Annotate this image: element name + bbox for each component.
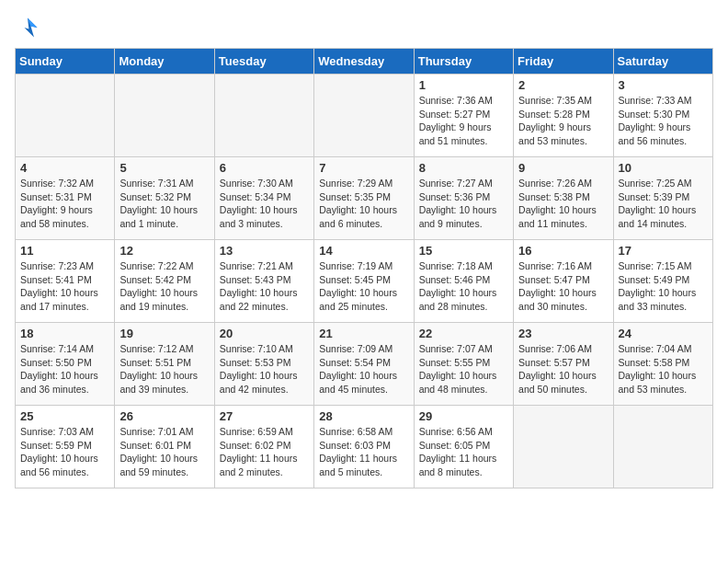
day-number: 23	[518, 327, 608, 340]
calendar-cell: 15Sunrise: 7:18 AMSunset: 5:46 PMDayligh…	[414, 240, 513, 323]
day-number: 27	[220, 409, 309, 423]
calendar-cell: 26Sunrise: 7:01 AMSunset: 6:01 PMDayligh…	[115, 406, 214, 488]
calendar-cell	[514, 406, 613, 488]
weekday-header: Wednesday	[314, 49, 414, 75]
calendar-cell: 17Sunrise: 7:15 AMSunset: 5:49 PMDayligh…	[613, 240, 712, 323]
calendar-cell: 18Sunrise: 7:14 AMSunset: 5:50 PMDayligh…	[16, 323, 115, 406]
calendar-cell: 27Sunrise: 6:59 AMSunset: 6:02 PMDayligh…	[214, 406, 313, 488]
day-number: 10	[619, 161, 708, 175]
calendar-cell: 24Sunrise: 7:04 AMSunset: 5:58 PMDayligh…	[613, 323, 712, 406]
calendar-cell: 3Sunrise: 7:33 AMSunset: 5:30 PMDaylight…	[613, 75, 712, 157]
calendar-cell: 1Sunrise: 7:36 AMSunset: 5:27 PMDaylight…	[414, 75, 513, 157]
calendar-week: 4Sunrise: 7:32 AMSunset: 5:31 PMDaylight…	[16, 157, 713, 240]
logo-bird-icon	[15, 15, 40, 40]
day-number: 25	[20, 409, 109, 423]
day-info: Sunrise: 7:14 AMSunset: 5:50 PMDaylight:…	[20, 342, 109, 396]
calendar-cell: 10Sunrise: 7:25 AMSunset: 5:39 PMDayligh…	[613, 157, 712, 240]
day-info: Sunrise: 7:18 AMSunset: 5:46 PMDaylight:…	[419, 259, 508, 314]
weekday-header: Friday	[514, 49, 613, 75]
day-number: 15	[419, 244, 508, 258]
calendar-cell: 7Sunrise: 7:29 AMSunset: 5:35 PMDaylight…	[314, 157, 414, 240]
calendar-header: SundayMondayTuesdayWednesdayThursdayFrid…	[16, 49, 713, 75]
calendar-cell: 21Sunrise: 7:09 AMSunset: 5:54 PMDayligh…	[314, 323, 414, 406]
day-number: 6	[220, 161, 309, 175]
calendar-week: 18Sunrise: 7:14 AMSunset: 5:50 PMDayligh…	[16, 323, 713, 406]
day-number: 16	[518, 244, 608, 258]
day-info: Sunrise: 7:30 AMSunset: 5:34 PMDaylight:…	[220, 177, 309, 231]
day-info: Sunrise: 7:07 AMSunset: 5:55 PMDaylight:…	[419, 342, 508, 396]
calendar-cell: 2Sunrise: 7:35 AMSunset: 5:28 PMDaylight…	[514, 75, 613, 157]
day-info: Sunrise: 7:27 AMSunset: 5:36 PMDaylight:…	[419, 177, 508, 231]
day-number: 1	[419, 78, 508, 92]
weekday-header: Thursday	[414, 49, 513, 75]
day-number: 28	[319, 409, 408, 423]
day-info: Sunrise: 7:01 AMSunset: 6:01 PMDaylight:…	[119, 425, 209, 479]
calendar-table: SundayMondayTuesdayWednesdayThursdayFrid…	[15, 48, 713, 488]
calendar-cell: 25Sunrise: 7:03 AMSunset: 5:59 PMDayligh…	[16, 406, 115, 488]
day-number: 12	[119, 244, 209, 258]
calendar-cell: 6Sunrise: 7:30 AMSunset: 5:34 PMDaylight…	[214, 157, 313, 240]
day-info: Sunrise: 7:22 AMSunset: 5:42 PMDaylight:…	[119, 259, 209, 314]
weekday-header: Tuesday	[214, 49, 313, 75]
day-number: 21	[319, 327, 408, 340]
day-info: Sunrise: 7:35 AMSunset: 5:28 PMDaylight:…	[518, 94, 608, 148]
calendar-cell: 22Sunrise: 7:07 AMSunset: 5:55 PMDayligh…	[414, 323, 513, 406]
day-number: 11	[20, 244, 109, 258]
day-number: 18	[20, 327, 109, 340]
day-info: Sunrise: 7:06 AMSunset: 5:57 PMDaylight:…	[518, 342, 608, 396]
day-info: Sunrise: 7:29 AMSunset: 5:35 PMDaylight:…	[319, 177, 408, 231]
header	[15, 15, 713, 40]
logo	[15, 15, 44, 40]
day-info: Sunrise: 6:56 AMSunset: 6:05 PMDaylight:…	[419, 425, 508, 479]
weekday-header: Monday	[115, 49, 214, 75]
calendar-cell: 14Sunrise: 7:19 AMSunset: 5:45 PMDayligh…	[314, 240, 414, 323]
day-number: 14	[319, 244, 408, 258]
day-info: Sunrise: 7:31 AMSunset: 5:32 PMDaylight:…	[119, 177, 209, 231]
day-number: 29	[419, 409, 508, 423]
calendar-cell	[115, 75, 214, 157]
day-info: Sunrise: 7:16 AMSunset: 5:47 PMDaylight:…	[518, 259, 608, 314]
day-number: 24	[619, 327, 708, 340]
calendar-cell: 4Sunrise: 7:32 AMSunset: 5:31 PMDaylight…	[16, 157, 115, 240]
day-number: 20	[220, 327, 309, 340]
day-number: 19	[119, 327, 209, 340]
calendar-cell: 9Sunrise: 7:26 AMSunset: 5:38 PMDaylight…	[514, 157, 613, 240]
calendar-week: 1Sunrise: 7:36 AMSunset: 5:27 PMDaylight…	[16, 75, 713, 157]
day-info: Sunrise: 7:09 AMSunset: 5:54 PMDaylight:…	[319, 342, 408, 396]
weekday-header: Sunday	[16, 49, 115, 75]
calendar-cell: 8Sunrise: 7:27 AMSunset: 5:36 PMDaylight…	[414, 157, 513, 240]
day-number: 13	[220, 244, 309, 258]
calendar-cell: 12Sunrise: 7:22 AMSunset: 5:42 PMDayligh…	[115, 240, 214, 323]
day-number: 2	[518, 78, 608, 92]
day-info: Sunrise: 7:21 AMSunset: 5:43 PMDaylight:…	[220, 259, 309, 314]
calendar-week: 11Sunrise: 7:23 AMSunset: 5:41 PMDayligh…	[16, 240, 713, 323]
day-number: 7	[319, 161, 408, 175]
weekday-header: Saturday	[613, 49, 712, 75]
day-info: Sunrise: 7:26 AMSunset: 5:38 PMDaylight:…	[518, 177, 608, 231]
day-info: Sunrise: 6:59 AMSunset: 6:02 PMDaylight:…	[220, 425, 309, 479]
day-info: Sunrise: 7:19 AMSunset: 5:45 PMDaylight:…	[319, 259, 408, 314]
day-info: Sunrise: 7:23 AMSunset: 5:41 PMDaylight:…	[20, 259, 109, 314]
calendar-cell: 20Sunrise: 7:10 AMSunset: 5:53 PMDayligh…	[214, 323, 313, 406]
day-number: 8	[419, 161, 508, 175]
day-number: 17	[619, 244, 708, 258]
day-info: Sunrise: 6:58 AMSunset: 6:03 PMDaylight:…	[319, 425, 408, 479]
calendar-cell: 16Sunrise: 7:16 AMSunset: 5:47 PMDayligh…	[514, 240, 613, 323]
day-info: Sunrise: 7:03 AMSunset: 5:59 PMDaylight:…	[20, 425, 109, 479]
calendar-cell: 13Sunrise: 7:21 AMSunset: 5:43 PMDayligh…	[214, 240, 313, 323]
day-info: Sunrise: 7:15 AMSunset: 5:49 PMDaylight:…	[619, 259, 708, 314]
day-number: 22	[419, 327, 508, 340]
calendar-cell: 19Sunrise: 7:12 AMSunset: 5:51 PMDayligh…	[115, 323, 214, 406]
day-number: 3	[619, 78, 708, 92]
day-number: 26	[119, 409, 209, 423]
day-number: 9	[518, 161, 608, 175]
day-number: 5	[119, 161, 209, 175]
calendar-cell: 5Sunrise: 7:31 AMSunset: 5:32 PMDaylight…	[115, 157, 214, 240]
svg-marker-0	[25, 18, 38, 38]
day-number: 4	[20, 161, 109, 175]
calendar-cell	[16, 75, 115, 157]
calendar-week: 25Sunrise: 7:03 AMSunset: 5:59 PMDayligh…	[16, 406, 713, 488]
calendar-cell	[613, 406, 712, 488]
calendar-cell	[314, 75, 414, 157]
day-info: Sunrise: 7:36 AMSunset: 5:27 PMDaylight:…	[419, 94, 508, 148]
